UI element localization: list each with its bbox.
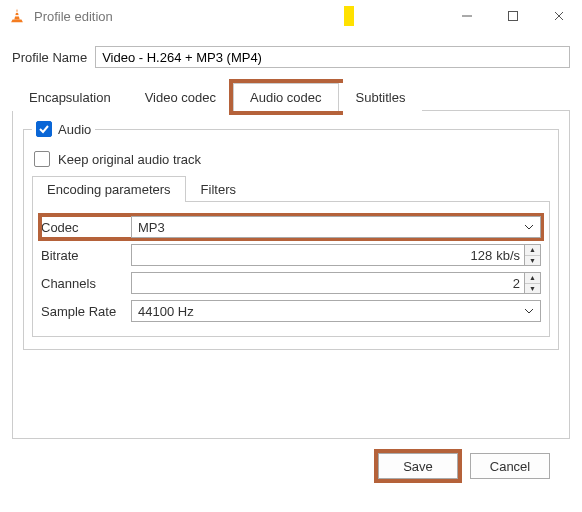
svg-marker-0 [14,9,19,20]
audio-checkbox-label: Audio [58,122,91,137]
keep-original-row: Keep original audio track [34,151,550,167]
titlebar: Profile edition [0,0,582,32]
profile-name-input[interactable] [95,46,570,68]
close-button[interactable] [536,0,582,32]
svg-rect-1 [15,12,20,13]
audio-subtabs: Encoding parameters Filters [32,175,550,202]
tab-subtitles[interactable]: Subtitles [339,83,423,111]
window-title: Profile edition [34,9,113,24]
save-button[interactable]: Save [378,453,458,479]
dialog-content: Profile Name Encapsulation Video codec A… [0,32,582,479]
channels-spinbox[interactable]: 2 ▲ ▼ [131,272,541,294]
tab-audio-codec[interactable]: Audio codec [233,83,339,111]
tab-encapsulation[interactable]: Encapsulation [12,83,128,111]
bitrate-spinner-buttons[interactable]: ▲ ▼ [524,245,540,265]
codec-select[interactable]: MP3 [131,216,541,238]
codec-label: Codec [41,220,121,235]
audio-legend: Audio [32,121,95,137]
spinner-down-icon[interactable]: ▼ [525,256,540,266]
audio-checkbox[interactable] [36,121,52,137]
codec-row: Codec MP3 [41,216,541,238]
minimize-button[interactable] [444,0,490,32]
svg-rect-5 [509,12,518,21]
samplerate-row: Sample Rate 44100 Hz [41,300,541,322]
tab-video-codec[interactable]: Video codec [128,83,233,111]
dialog-footer: Save Cancel [12,439,570,479]
keep-original-checkbox[interactable] [34,151,50,167]
spinner-up-icon[interactable]: ▲ [525,273,540,284]
keep-original-label: Keep original audio track [58,152,201,167]
samplerate-select[interactable]: 44100 Hz [131,300,541,322]
bitrate-row: Bitrate 128 kb/s ▲ ▼ [41,244,541,266]
samplerate-label: Sample Rate [41,304,121,319]
bitrate-spinbox[interactable]: 128 kb/s ▲ ▼ [131,244,541,266]
main-tabs: Encapsulation Video codec Audio codec Su… [12,82,570,111]
spinner-up-icon[interactable]: ▲ [525,245,540,256]
channels-row: Channels 2 ▲ ▼ [41,272,541,294]
chevron-down-icon [524,224,534,230]
svg-rect-2 [14,15,20,16]
codec-value: MP3 [138,220,165,235]
profile-name-label: Profile Name [12,50,87,65]
samplerate-value: 44100 Hz [138,304,194,319]
vlc-cone-icon [8,7,26,25]
bitrate-label: Bitrate [41,248,121,263]
profile-name-row: Profile Name [12,46,570,68]
audio-codec-panel: Audio Keep original audio track Encoding… [12,111,570,439]
channels-value: 2 [138,276,524,291]
yellow-marker [344,6,354,26]
chevron-down-icon [524,308,534,314]
encoding-parameters-panel: Codec MP3 Bitrate [32,202,550,337]
channels-spinner-buttons[interactable]: ▲ ▼ [524,273,540,293]
audio-fieldset: Audio Keep original audio track Encoding… [23,121,559,350]
cancel-button[interactable]: Cancel [470,453,550,479]
subtab-encoding-parameters[interactable]: Encoding parameters [32,176,186,202]
spinner-down-icon[interactable]: ▼ [525,284,540,294]
svg-marker-3 [11,20,23,23]
subtab-filters[interactable]: Filters [186,176,251,202]
bitrate-unit: kb/s [496,248,524,263]
bitrate-value: 128 [138,248,496,263]
channels-label: Channels [41,276,121,291]
maximize-button[interactable] [490,0,536,32]
